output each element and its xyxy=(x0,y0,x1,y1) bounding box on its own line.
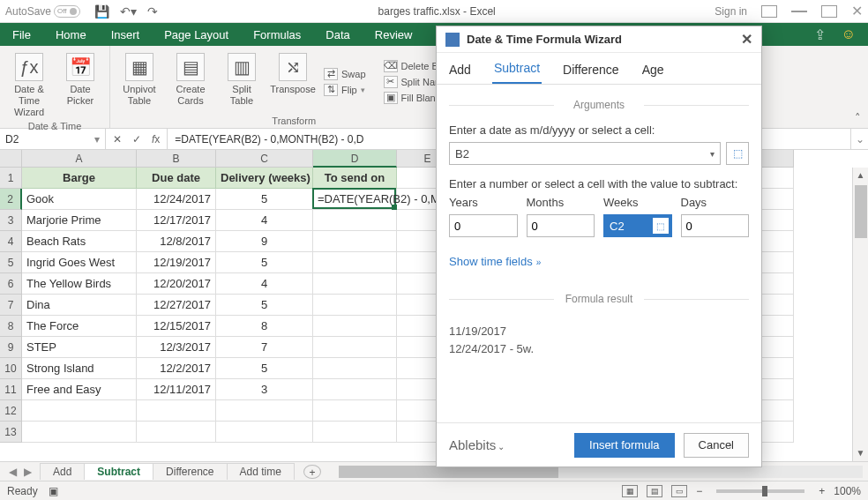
column-header-B[interactable]: B xyxy=(137,150,216,168)
days-input[interactable] xyxy=(681,214,750,237)
date-picker-button[interactable]: 📅 Date Picker xyxy=(58,49,102,119)
cell[interactable]: 4 xyxy=(216,210,313,231)
maximize-icon[interactable] xyxy=(821,5,837,18)
create-cards-button[interactable]: ▤Create Cards xyxy=(168,49,213,114)
zoom-slider[interactable] xyxy=(716,489,804,493)
cell[interactable]: Dina xyxy=(22,295,137,316)
cell[interactable] xyxy=(313,189,397,210)
cell[interactable]: 5 xyxy=(216,252,313,273)
minimize-icon[interactable] xyxy=(791,11,807,12)
page-layout-view-icon[interactable]: ▤ xyxy=(647,485,662,497)
row-header[interactable]: 10 xyxy=(0,358,22,379)
name-box[interactable]: D2▾ xyxy=(0,129,106,149)
autosave-toggle[interactable]: AutoSave Off xyxy=(5,5,80,18)
sheet-prev-icon[interactable]: ◀ xyxy=(9,466,17,478)
table-header[interactable]: To send on xyxy=(313,168,397,189)
table-header[interactable]: Delivery (weeks) xyxy=(216,168,313,189)
row-header[interactable]: 6 xyxy=(0,273,22,295)
cell[interactable]: 12/20/2017 xyxy=(137,273,216,295)
scroll-up-icon[interactable]: ▲ xyxy=(853,168,868,183)
insert-formula-button[interactable]: Insert formula xyxy=(574,433,674,458)
cell[interactable]: 4 xyxy=(216,273,313,295)
signin-link[interactable]: Sign in xyxy=(715,5,747,18)
scroll-down-icon[interactable]: ▼ xyxy=(853,445,868,461)
sheet-tab[interactable]: Subtract xyxy=(84,463,153,480)
dialog-tab-subtract[interactable]: Subtract xyxy=(492,61,542,84)
tab-page-layout[interactable]: Page Layout xyxy=(152,23,241,46)
row-header[interactable]: 4 xyxy=(0,231,22,252)
select-range-icon[interactable]: ⬚ xyxy=(653,218,669,234)
cell[interactable]: 3 xyxy=(216,379,313,400)
sheet-tab[interactable]: Add time xyxy=(227,463,295,480)
row-header[interactable]: 9 xyxy=(0,337,22,358)
cell[interactable]: The Force xyxy=(22,316,137,337)
date-time-wizard-button[interactable]: ƒx Date & Time Wizard xyxy=(7,49,51,119)
smiley-icon[interactable]: ☺ xyxy=(842,26,856,43)
cell[interactable]: Beach Rats xyxy=(22,231,137,252)
cell[interactable]: Ingrid Goes West xyxy=(22,252,137,273)
add-sheet-button[interactable]: + xyxy=(303,465,321,479)
cell[interactable]: Strong Island xyxy=(22,358,137,379)
dialog-tab-age[interactable]: Age xyxy=(640,63,666,84)
transpose-button[interactable]: ⤭Transpose xyxy=(271,49,315,114)
cell[interactable]: 12/27/2017 xyxy=(137,295,216,316)
page-break-view-icon[interactable]: ▭ xyxy=(671,485,687,497)
cell[interactable]: 5 xyxy=(216,358,313,379)
years-input[interactable] xyxy=(449,214,518,237)
tab-home[interactable]: Home xyxy=(43,23,99,46)
brand-menu[interactable]: Ablebits⌄ xyxy=(449,437,505,452)
cell[interactable]: 9 xyxy=(216,231,313,252)
expand-formula-bar-icon[interactable]: ⌄ xyxy=(850,129,868,149)
scroll-thumb[interactable] xyxy=(855,185,867,238)
cell[interactable]: 12/11/2017 xyxy=(137,379,216,400)
enter-formula-icon[interactable]: ✓ xyxy=(132,133,141,146)
cell[interactable]: The Yellow Birds xyxy=(22,273,137,295)
dialog-tab-add[interactable]: Add xyxy=(447,63,473,84)
cell[interactable]: 12/2/2017 xyxy=(137,358,216,379)
cell[interactable]: 12/3/2017 xyxy=(137,337,216,358)
tab-formulas[interactable]: Formulas xyxy=(241,23,313,46)
row-header[interactable]: 3 xyxy=(0,210,22,231)
show-time-fields-link[interactable]: Show time fields» xyxy=(449,255,749,268)
row-header[interactable]: 5 xyxy=(0,252,22,273)
column-header-D[interactable]: D xyxy=(313,150,397,168)
ribbon-display-icon[interactable] xyxy=(761,5,777,18)
cell[interactable]: 8 xyxy=(216,316,313,337)
cell[interactable] xyxy=(313,358,397,379)
macro-record-icon[interactable]: ▣ xyxy=(49,485,58,497)
cell[interactable] xyxy=(313,295,397,316)
cell[interactable]: 12/8/2017 xyxy=(137,231,216,252)
cell[interactable]: 12/24/2017 xyxy=(137,189,216,210)
sheet-tab[interactable]: Add xyxy=(40,463,85,480)
table-header[interactable]: Barge xyxy=(22,168,137,189)
share-icon[interactable]: ⇪ xyxy=(814,26,826,43)
unpivot-button[interactable]: ▦Unpivot Table xyxy=(117,49,161,114)
tab-review[interactable]: Review xyxy=(363,23,425,46)
cell[interactable]: 12/15/2017 xyxy=(137,316,216,337)
cell[interactable]: STEP xyxy=(22,337,137,358)
cell[interactable]: 7 xyxy=(216,337,313,358)
undo-icon[interactable]: ↶▾ xyxy=(120,4,133,19)
normal-view-icon[interactable]: ▦ xyxy=(622,485,638,497)
tab-file[interactable]: File xyxy=(0,23,43,46)
cell[interactable]: Free and Easy xyxy=(22,379,137,400)
select-all-button[interactable] xyxy=(0,150,22,168)
row-header[interactable]: 2 xyxy=(0,189,22,210)
zoom-out-icon[interactable]: − xyxy=(696,485,702,497)
redo-icon[interactable]: ↷ xyxy=(146,4,159,19)
months-input[interactable] xyxy=(527,214,595,237)
tab-insert[interactable]: Insert xyxy=(99,23,153,46)
cell[interactable] xyxy=(313,252,397,273)
cell[interactable] xyxy=(313,231,397,252)
row-header[interactable]: 13 xyxy=(0,422,22,443)
close-icon[interactable]: ✕ xyxy=(851,3,863,19)
row-header[interactable]: 8 xyxy=(0,316,22,337)
row-header[interactable]: 1 xyxy=(0,168,22,189)
row-header[interactable]: 7 xyxy=(0,295,22,316)
swap-button[interactable]: ⇄Swap xyxy=(322,67,368,81)
column-header-A[interactable]: A xyxy=(22,150,137,168)
table-header[interactable]: Due date xyxy=(137,168,216,189)
cell[interactable]: Marjorie Prime xyxy=(22,210,137,231)
sheet-next-icon[interactable]: ▶ xyxy=(24,466,32,478)
save-icon[interactable]: 💾 xyxy=(94,4,108,19)
